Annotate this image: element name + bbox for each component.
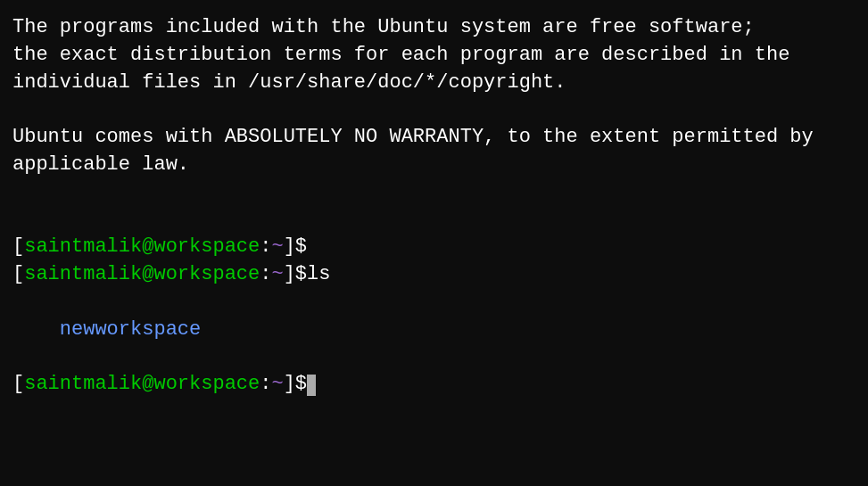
text-line-5: applicable law. (12, 152, 856, 179)
path-1: ~ (271, 234, 283, 261)
dollar-2: $ (295, 261, 307, 289)
directory-line: newworkspace (12, 289, 856, 371)
colon-2: : (260, 261, 271, 289)
bracket-close-3: ] (284, 371, 295, 399)
path-3: ~ (271, 371, 283, 399)
blank-line-1 (12, 96, 856, 124)
bracket-open-3: [ (12, 371, 24, 399)
bracket-open-1: [ (12, 234, 24, 261)
text-line-1: The programs included with the Ubuntu sy… (12, 14, 856, 42)
dollar-1: $ (295, 234, 307, 261)
bracket-close-1: ] (284, 234, 295, 261)
path-2: ~ (271, 261, 283, 289)
bracket-open-2: [ (12, 261, 24, 289)
terminal-output: The programs included with the Ubuntu sy… (12, 14, 856, 399)
terminal-cursor (307, 375, 316, 396)
prompt-line-1: [ saintmalik@workspace : ~ ] $ (12, 234, 856, 261)
blank-line-2 (12, 179, 856, 207)
text-line-4: Ubuntu comes with ABSOLUTELY NO WARRANTY… (12, 124, 856, 152)
command-2: ls (307, 261, 330, 289)
prompt-line-2: [ saintmalik@workspace : ~ ] $ ls (12, 261, 856, 289)
text-line-2: the exact distribution terms for each pr… (12, 42, 856, 70)
colon-3: : (260, 371, 271, 399)
user-host-1: saintmalik@workspace (24, 234, 260, 261)
user-host-2: saintmalik@workspace (24, 261, 260, 289)
prompt-line-3[interactable]: [ saintmalik@workspace : ~ ] $ (12, 371, 856, 399)
dollar-3: $ (295, 371, 307, 399)
bracket-close-2: ] (284, 261, 295, 289)
user-host-3: saintmalik@workspace (24, 371, 260, 399)
colon-1: : (260, 234, 271, 261)
directory-name: newworkspace (60, 318, 201, 341)
text-line-3: individual files in /usr/share/doc/*/cop… (12, 70, 856, 97)
blank-line-3 (12, 207, 856, 235)
